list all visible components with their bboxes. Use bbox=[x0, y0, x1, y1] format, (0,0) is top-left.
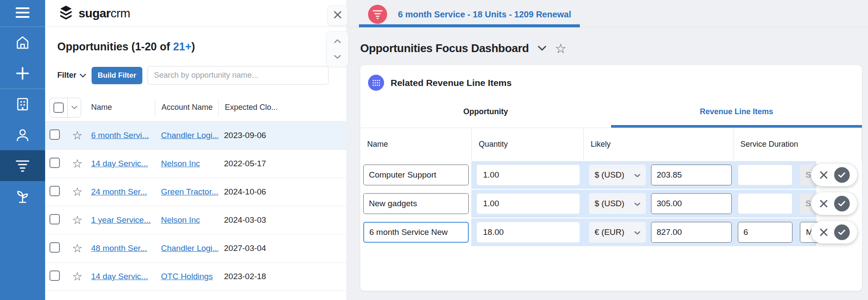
likely-amount-input[interactable] bbox=[651, 222, 732, 243]
record-count-link[interactable]: 21+ bbox=[173, 40, 191, 53]
opportunity-name-link[interactable]: 6 month Servi... bbox=[91, 131, 155, 140]
chevron-down-icon[interactable] bbox=[538, 45, 546, 53]
row-checkbox[interactable] bbox=[49, 129, 60, 140]
currency-select[interactable]: $ (USD) bbox=[589, 193, 646, 214]
cancel-edit-icon[interactable] bbox=[819, 170, 829, 180]
line-item-name-input[interactable] bbox=[363, 165, 469, 185]
row-edit-actions bbox=[811, 221, 857, 244]
quantity-input[interactable] bbox=[477, 222, 580, 243]
cancel-edit-icon[interactable] bbox=[819, 199, 829, 208]
service-duration-input[interactable] bbox=[738, 165, 792, 185]
chevron-up-icon[interactable] bbox=[334, 37, 341, 45]
line-item-row: $ (USD) S bbox=[360, 190, 862, 218]
line-item-row: € (EUR) Mo bbox=[360, 218, 862, 246]
sugarcrm-logo-icon bbox=[57, 4, 75, 23]
star-icon[interactable]: ☆ bbox=[72, 214, 91, 226]
related-revenue-card: Related Revenue Line Items Opportunity R… bbox=[360, 65, 862, 291]
sidebar-item-accounts[interactable] bbox=[0, 89, 45, 119]
sidebar-item-leads[interactable] bbox=[0, 181, 45, 212]
card-title: Related Revenue Line Items bbox=[391, 78, 512, 88]
column-header-service-duration: Service Duration bbox=[733, 128, 862, 160]
star-icon[interactable]: ☆ bbox=[72, 271, 91, 283]
sidebar-item-home[interactable] bbox=[0, 27, 45, 58]
account-name-link[interactable]: Green Tractor... bbox=[155, 187, 218, 197]
confirm-edit-icon[interactable] bbox=[834, 196, 850, 211]
opportunity-name-link[interactable]: 14 day Servic... bbox=[91, 272, 155, 281]
column-header-name[interactable]: Name bbox=[91, 103, 155, 112]
row-checkbox[interactable] bbox=[49, 270, 60, 281]
table-row[interactable]: ☆ 48 month Ser... Chandler Logi... 2027-… bbox=[45, 234, 346, 263]
line-item-name-input[interactable] bbox=[363, 222, 469, 243]
select-all-control[interactable] bbox=[49, 98, 81, 118]
sidebar-item-create[interactable] bbox=[0, 58, 45, 89]
menu-icon bbox=[16, 7, 30, 20]
build-filter-button[interactable]: Build Filter bbox=[92, 67, 142, 84]
opportunity-name-link[interactable]: 1 year Service... bbox=[91, 215, 155, 225]
column-header-account[interactable]: Account Name bbox=[155, 99, 218, 116]
confirm-edit-icon[interactable] bbox=[834, 224, 850, 240]
expected-close-date: 2027-03-04 bbox=[218, 244, 346, 253]
card-header: Related Revenue Line Items bbox=[360, 65, 862, 91]
star-icon[interactable]: ☆ bbox=[72, 186, 91, 198]
row-checkbox[interactable] bbox=[49, 242, 60, 253]
star-icon[interactable]: ☆ bbox=[72, 130, 91, 142]
column-header-expected-close[interactable]: Expected Clo... bbox=[218, 99, 346, 116]
sidebar-item-opportunities[interactable] bbox=[0, 150, 45, 181]
account-name-link[interactable]: Nelson Inc bbox=[155, 215, 218, 225]
row-checkbox[interactable] bbox=[49, 158, 60, 168]
account-name-link[interactable]: Nelson Inc bbox=[155, 159, 218, 168]
currency-select[interactable]: € (EUR) bbox=[589, 222, 646, 243]
opportunity-funnel-icon bbox=[368, 5, 387, 24]
sidebar-item-contacts[interactable] bbox=[0, 119, 45, 150]
quantity-input[interactable] bbox=[477, 165, 580, 185]
row-checkbox[interactable] bbox=[49, 214, 60, 224]
tab-opportunity[interactable]: Opportunity bbox=[360, 97, 611, 128]
chevron-down-icon[interactable] bbox=[334, 53, 341, 61]
sidebar-item-menu[interactable] bbox=[0, 0, 45, 27]
account-name-link[interactable]: Chandler Logi... bbox=[155, 244, 218, 253]
service-duration-input[interactable] bbox=[738, 222, 792, 243]
close-drawer-button[interactable] bbox=[327, 5, 348, 26]
select-all-checkbox[interactable] bbox=[53, 102, 64, 113]
table-row[interactable]: ☆ 6 month Servi... Chandler Logi... 2023… bbox=[45, 122, 346, 150]
star-icon[interactable]: ☆ bbox=[72, 243, 91, 254]
confirm-edit-icon[interactable] bbox=[834, 167, 850, 183]
chevron-down-icon[interactable] bbox=[68, 105, 81, 109]
service-duration-input[interactable] bbox=[738, 193, 792, 214]
column-header-quantity: Quantity bbox=[471, 128, 583, 160]
likely-amount-input[interactable] bbox=[651, 193, 732, 214]
opportunity-name-link[interactable]: 48 month Ser... bbox=[91, 244, 155, 253]
expected-close-date: 2023-02-18 bbox=[218, 272, 346, 281]
table-header-row: Name Account Name Expected Clo... bbox=[45, 94, 346, 122]
plus-icon bbox=[16, 66, 30, 80]
currency-select[interactable]: $ (USD) bbox=[589, 165, 646, 185]
column-header-name: Name bbox=[360, 128, 471, 160]
filter-dropdown[interactable]: Filter bbox=[57, 71, 86, 80]
opportunities-list-panel: sugarcrm Opportunities (1-20 of 21+) Fil… bbox=[45, 0, 346, 300]
row-checkbox[interactable] bbox=[49, 186, 60, 196]
cancel-edit-icon[interactable] bbox=[819, 227, 829, 237]
account-name-link[interactable]: OTC Holdings bbox=[155, 272, 218, 281]
tab-revenue-line-items[interactable]: Revenue Line Items bbox=[611, 97, 862, 128]
table-row[interactable]: ☆ 24 month Ser... Green Tractor... 2024-… bbox=[45, 178, 346, 206]
main-sidebar bbox=[0, 0, 45, 300]
home-icon bbox=[16, 36, 30, 49]
line-item-name-input[interactable] bbox=[363, 193, 469, 214]
likely-amount-input[interactable] bbox=[651, 165, 732, 185]
building-icon bbox=[16, 97, 29, 111]
search-input[interactable] bbox=[148, 66, 329, 85]
chevron-down-icon bbox=[634, 199, 641, 208]
opportunity-name-link[interactable]: 24 month Ser... bbox=[91, 187, 155, 197]
opportunity-name-link[interactable]: 14 day Servic... bbox=[91, 159, 155, 168]
quantity-input[interactable] bbox=[477, 193, 580, 214]
account-name-link[interactable]: Chandler Logi... bbox=[155, 131, 218, 140]
table-row[interactable]: ☆ 1 year Service... Nelson Inc 2024-03-0… bbox=[45, 206, 346, 234]
favorite-star-icon[interactable]: ☆ bbox=[555, 42, 567, 55]
record-tab[interactable]: 6 month Service - 18 Units - 1209 Renewa… bbox=[368, 5, 571, 24]
star-icon[interactable]: ☆ bbox=[72, 158, 91, 170]
sugarcrm-logo[interactable]: sugarcrm bbox=[57, 4, 130, 23]
table-row[interactable]: ☆ 14 day Servic... Nelson Inc 2022-05-17 bbox=[45, 150, 346, 178]
table-row[interactable]: ☆ 14 day Servic... OTC Holdings 2023-02-… bbox=[45, 263, 346, 291]
logo-text: sugarcrm bbox=[79, 7, 130, 20]
line-item-row: $ (USD) S bbox=[360, 161, 862, 189]
